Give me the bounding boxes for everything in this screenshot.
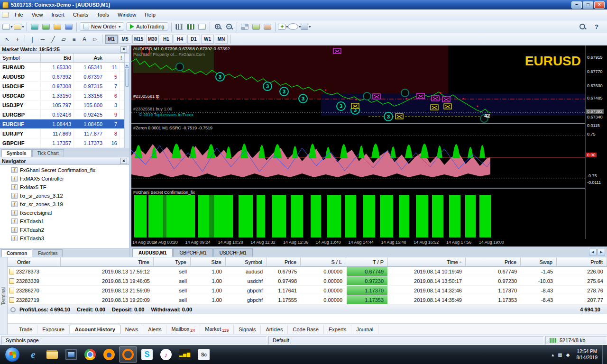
menu-help[interactable]: Help xyxy=(140,10,160,19)
screen-capture-icon[interactable]: Sc xyxy=(195,346,213,363)
timeframe-mn[interactable]: MN xyxy=(215,35,228,44)
confirmation-indicator[interactable]: FxGhani Secret Confirmation_fix xyxy=(131,189,585,239)
autotrading-button[interactable]: AutoTrading xyxy=(126,22,168,31)
history-row[interactable]: 232827192019.08.13 19:20:09sell1.00gbpch… xyxy=(8,295,607,305)
zoom-in-icon[interactable]: + xyxy=(212,22,223,32)
bar-chart-icon[interactable] xyxy=(174,22,185,32)
market-watch-icon[interactable] xyxy=(29,22,40,32)
terminal-tab-exposure[interactable]: Exposure xyxy=(37,325,69,334)
timeframe-m15[interactable]: M15 xyxy=(132,35,145,44)
tab-common[interactable]: Common xyxy=(1,249,32,257)
chart-tab-scroll-right[interactable]: ▶ xyxy=(598,249,605,255)
chart-canvas[interactable]: 3333333AUDUSD,M1 0.67396 0.67398 0.67392… xyxy=(131,46,607,239)
history-column-time[interactable]: Time▵ xyxy=(388,257,466,267)
timeframe-m5[interactable]: M5 xyxy=(119,35,131,44)
firefox-icon[interactable] xyxy=(100,346,118,363)
terminal-side-tab[interactable]: Terminal xyxy=(0,257,8,335)
tray-expand-icon[interactable]: ▴ xyxy=(552,352,554,357)
maximize-button[interactable]: □ xyxy=(583,1,593,9)
itunes-icon[interactable]: ♪ xyxy=(157,346,175,363)
auto-scroll-icon[interactable] xyxy=(250,22,262,32)
timeframe-d1[interactable]: D1 xyxy=(187,35,200,44)
windows-explorer-icon[interactable] xyxy=(43,346,61,363)
navigator-item[interactable]: ƒfxsecretsignal xyxy=(0,209,129,217)
history-column-price[interactable]: Price xyxy=(466,257,521,267)
close-button[interactable]: × xyxy=(594,1,605,9)
chart-tab-gbpchf-m1[interactable]: GBPCHF,M1 xyxy=(173,248,212,257)
terminal-tab-news[interactable]: News xyxy=(120,325,144,334)
market-watch-row[interactable]: GBPCHF1.173571.1737316 xyxy=(0,138,129,148)
main-chart[interactable]: 3333333AUDUSD,M1 0.67396 0.67398 0.67392… xyxy=(131,46,585,123)
chrome-icon[interactable] xyxy=(81,346,99,363)
timeframe-h4[interactable]: H4 xyxy=(174,35,186,44)
timeframe-m30[interactable]: M30 xyxy=(146,35,159,44)
history-column-swap[interactable]: Swap xyxy=(521,257,557,267)
history-row[interactable]: 232833392019.08.13 19:46:05sell1.00usdch… xyxy=(8,276,607,286)
market-watch-row[interactable]: USDJPY105.797105.8003 xyxy=(0,100,129,110)
mt4-app-icon[interactable] xyxy=(119,346,137,363)
navigator-item[interactable]: ƒFXTdash3 xyxy=(0,234,129,243)
terminal-tab-mailbox[interactable]: Mailbox24 xyxy=(166,325,200,334)
history-row[interactable]: 232783732019.08.13 17:59:12sell1.00audus… xyxy=(8,267,607,276)
zoom-out-icon[interactable]: − xyxy=(223,22,235,32)
taskbar-clock[interactable]: 12:54 PM 8/14/2019 xyxy=(572,348,603,361)
ssrc-indicator[interactable]: #Zeron 0.0001 M1 SSRC -0.7519 -0.7519 xyxy=(131,124,585,188)
show-desktop-button[interactable] xyxy=(602,345,607,364)
search-icon[interactable] xyxy=(577,22,588,32)
navigator-item[interactable]: ƒFxMAX5 Controller xyxy=(0,174,129,183)
trendline-icon[interactable]: ╱ xyxy=(48,35,58,44)
tab-favorites[interactable]: Favorites xyxy=(33,249,63,257)
tab-tick-chart[interactable]: Tick Chart xyxy=(32,149,64,157)
chart-tab-usdchf-m1[interactable]: USDCHF,M1 xyxy=(213,248,253,257)
chart-shift-icon[interactable] xyxy=(262,22,273,32)
line-chart-icon[interactable] xyxy=(196,22,208,32)
media-player-icon[interactable] xyxy=(62,346,80,363)
navigator-item[interactable]: ƒFXTdash2 xyxy=(0,226,129,234)
terminal-tab-trade[interactable]: Trade xyxy=(14,325,37,334)
periods-icon[interactable]: ▾ xyxy=(289,22,300,32)
indicators-icon[interactable]: ▾ xyxy=(277,22,289,32)
crosshair-icon[interactable]: + xyxy=(12,35,23,44)
market-watch-row[interactable]: EURAUD1.653301.6534111 xyxy=(0,63,129,72)
history-column-time[interactable]: Time xyxy=(61,257,154,267)
menu-window[interactable]: Window xyxy=(113,10,140,19)
terminal-tab-code-base[interactable]: Code Base xyxy=(288,325,323,334)
navigator-close-icon[interactable]: × xyxy=(120,158,127,164)
tile-windows-icon[interactable] xyxy=(239,22,250,32)
menu-view[interactable]: View xyxy=(28,10,47,19)
fibonacci-icon[interactable]: ≡ xyxy=(69,35,79,44)
new-order-button[interactable]: New Order ▾ xyxy=(80,22,124,31)
terminal-tab-market[interactable]: Market119 xyxy=(200,325,234,334)
profiles-icon[interactable]: ▾ xyxy=(13,22,25,32)
scroll-thumb[interactable] xyxy=(125,69,129,87)
network-icon[interactable]: ▦ xyxy=(558,352,562,357)
scroll-up-icon[interactable]: ▲ xyxy=(125,63,129,68)
history-row[interactable]: 232862702019.08.13 21:59:09sell1.00gbpch… xyxy=(8,286,607,295)
market-watch-row[interactable]: USDCHF0.973080.973157 xyxy=(0,82,129,91)
data-window-icon[interactable] xyxy=(40,22,52,32)
market-watch-row[interactable]: EURJPY117.869117.8778 xyxy=(0,129,129,138)
new-chart-icon[interactable]: ▾ xyxy=(2,22,13,32)
history-column-symbol[interactable]: Symbol xyxy=(226,257,267,267)
navigator-item[interactable]: ƒFxMax5 TF xyxy=(0,183,129,191)
terminal-icon[interactable] xyxy=(63,22,74,32)
menu-file[interactable]: File xyxy=(10,10,28,19)
tab-symbols[interactable]: Symbols xyxy=(1,149,32,157)
cursor-icon[interactable]: ↖ xyxy=(2,35,12,44)
market-watch-scrollbar[interactable]: ▲ xyxy=(124,63,129,148)
terminal-tab-articles[interactable]: Articles xyxy=(261,325,288,334)
terminal-tab-account-history[interactable]: Account History xyxy=(70,325,120,334)
horizontal-line-icon[interactable]: ─ xyxy=(37,35,48,44)
menu-insert[interactable]: Insert xyxy=(47,10,69,19)
menu-charts[interactable]: Charts xyxy=(69,10,92,19)
indicator-app-icon[interactable]: ▂▅▇ xyxy=(176,346,194,363)
terminal-tab-signals[interactable]: Signals xyxy=(234,325,261,334)
history-column-profit[interactable]: Profit xyxy=(557,257,607,267)
navigator-item[interactable]: ƒfxr_sr_zones_3.19 xyxy=(0,200,129,209)
navigator-item[interactable]: ƒFXTdash1 xyxy=(0,217,129,226)
timeframe-m1[interactable]: M1 xyxy=(105,35,118,44)
skype-icon[interactable]: S xyxy=(138,346,156,363)
history-column-order[interactable]: Order xyxy=(8,257,61,267)
arrows-tool-icon[interactable]: ☺ xyxy=(90,35,100,44)
market-watch-row[interactable]: USDCAD1.331501.331566 xyxy=(0,91,129,100)
